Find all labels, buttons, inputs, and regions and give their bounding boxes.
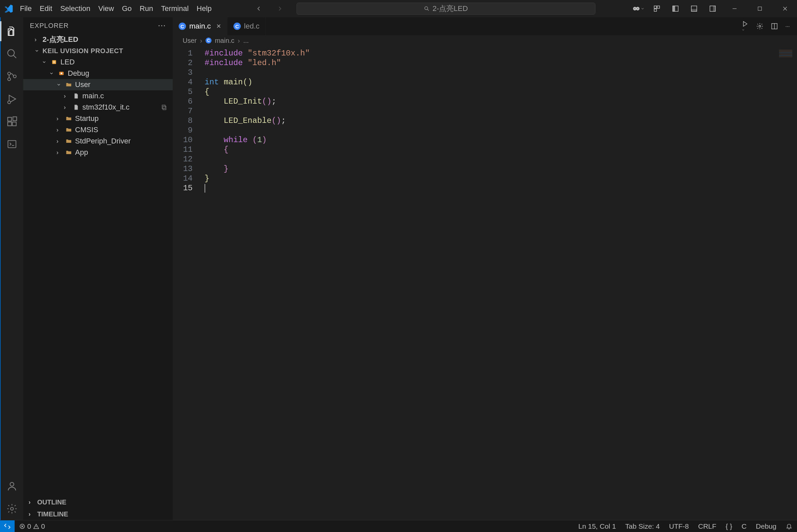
status-problems[interactable]: 0 0 xyxy=(15,522,50,530)
copy-icon[interactable] xyxy=(161,104,167,111)
split-editor-icon[interactable] xyxy=(771,23,778,30)
status-cursor-position[interactable]: Ln 15, Col 1 xyxy=(574,522,621,530)
tree-item-startup[interactable]: › Startup xyxy=(23,113,173,124)
activity-search-icon[interactable] xyxy=(0,42,23,65)
svg-rect-24 xyxy=(8,140,16,148)
status-bar: 0 0 Ln 15, Col 1 Tab Size: 4 UTF-8 CRLF … xyxy=(0,520,797,532)
menu-run[interactable]: Run xyxy=(136,3,157,14)
outline-section-label: OUTLINE xyxy=(37,498,67,506)
status-eol[interactable]: CRLF xyxy=(694,522,721,530)
toggle-secondary-sidebar-icon[interactable] xyxy=(706,2,719,15)
chip-project-icon xyxy=(50,59,58,65)
search-placeholder: 2-点亮LED xyxy=(432,4,468,14)
svg-point-33 xyxy=(759,25,761,27)
tree-item-label: LED xyxy=(60,58,75,66)
status-braces[interactable]: { } xyxy=(721,522,737,530)
tree-item-label: Debug xyxy=(68,69,89,78)
remote-indicator-icon[interactable] xyxy=(0,520,15,532)
warning-icon xyxy=(33,524,39,529)
menu-terminal[interactable]: Terminal xyxy=(157,3,193,14)
minimap[interactable] xyxy=(779,49,792,58)
tree-item-app[interactable]: › App xyxy=(23,147,173,158)
tree-item-user[interactable]: User xyxy=(23,79,173,90)
activity-source-control-icon[interactable] xyxy=(0,65,23,88)
target-debug-icon xyxy=(57,70,66,77)
svg-rect-31 xyxy=(163,106,166,110)
layout-customize-icon[interactable] xyxy=(650,2,664,15)
folder-icon xyxy=(64,127,73,133)
close-icon[interactable]: ✕ xyxy=(216,23,221,30)
menu-edit[interactable]: Edit xyxy=(36,3,56,14)
svg-rect-28 xyxy=(53,61,55,63)
nav-forward-icon[interactable] xyxy=(273,2,287,15)
sidebar-section-outline[interactable]: › OUTLINE xyxy=(23,496,173,508)
tree-item-main-c[interactable]: › main.c xyxy=(23,90,173,102)
title-bar: File Edit Selection View Go Run Terminal… xyxy=(0,0,797,17)
code-editor[interactable]: 123456789101112131415 #include "stm32f10… xyxy=(173,46,797,520)
activity-account-icon[interactable] xyxy=(0,475,23,497)
c-file-icon xyxy=(72,93,80,99)
window-close-icon[interactable] xyxy=(775,2,795,15)
run-settings-gear-icon[interactable] xyxy=(756,23,763,30)
tree-item-cmsis[interactable]: › CMSIS xyxy=(23,124,173,135)
window-minimize-icon[interactable] xyxy=(725,2,744,15)
svg-rect-5 xyxy=(654,6,657,8)
activity-explorer-icon[interactable] xyxy=(0,20,23,42)
svg-point-16 xyxy=(8,72,11,75)
menu-view[interactable]: View xyxy=(94,3,118,14)
breadcrumb-part[interactable]: ... xyxy=(243,37,249,44)
tree-section-keil[interactable]: KEIL UVISION PROJECT xyxy=(23,45,173,56)
explorer-more-icon[interactable]: ⋯ xyxy=(158,21,166,30)
editor-area: C main.c ✕ C led.c ⋯ User › C xyxy=(173,17,797,520)
menu-file[interactable]: File xyxy=(16,3,36,14)
command-center-search[interactable]: 2-点亮LED xyxy=(297,3,595,15)
toggle-primary-sidebar-icon[interactable] xyxy=(669,2,682,15)
activity-run-debug-icon[interactable] xyxy=(0,88,23,110)
folder-icon xyxy=(64,81,73,88)
activity-extensions-icon[interactable] xyxy=(0,110,23,133)
tree-item-stm32[interactable]: › stm32f10x_it.c xyxy=(23,102,173,113)
svg-point-25 xyxy=(10,482,14,486)
tree-item-stdperiph[interactable]: › StdPeriph_Driver xyxy=(23,135,173,147)
chevron-right-icon: › xyxy=(64,93,70,100)
editor-more-icon[interactable]: ⋯ xyxy=(785,24,790,29)
c-lang-icon: C xyxy=(179,23,186,30)
chevron-right-icon: › xyxy=(238,37,240,44)
window-maximize-icon[interactable] xyxy=(750,2,770,15)
svg-rect-22 xyxy=(12,122,16,126)
svg-rect-11 xyxy=(691,9,697,11)
activity-settings-gear-icon[interactable] xyxy=(0,497,23,520)
code-content[interactable]: #include "stm32f10x.h" #include "led.h" … xyxy=(198,46,310,520)
tree-workspace-root[interactable]: › 2-点亮LED xyxy=(23,34,173,45)
status-debug-label[interactable]: Debug xyxy=(751,522,781,530)
folder-icon xyxy=(64,138,73,145)
menu-selection[interactable]: Selection xyxy=(56,3,94,14)
breadcrumb-part[interactable]: User xyxy=(183,37,196,44)
tab-led-c[interactable]: C led.c xyxy=(227,17,266,35)
folder-icon xyxy=(64,149,73,156)
status-notifications-bell-icon[interactable] xyxy=(781,522,797,530)
status-tab-size[interactable]: Tab Size: 4 xyxy=(621,522,664,530)
copilot-icon[interactable] xyxy=(632,2,645,15)
activity-terminal-icon[interactable] xyxy=(0,133,23,155)
chevron-right-icon: › xyxy=(56,138,62,145)
menu-go[interactable]: Go xyxy=(118,3,135,14)
tab-main-c[interactable]: C main.c ✕ xyxy=(173,17,227,35)
breadcrumbs[interactable]: User › C main.c › ... xyxy=(173,35,797,46)
menu-help[interactable]: Help xyxy=(193,3,215,14)
chevron-right-icon: › xyxy=(29,511,35,518)
sidebar-section-timeline[interactable]: › TIMELINE xyxy=(23,508,173,520)
activity-bar xyxy=(0,17,23,520)
status-language[interactable]: C xyxy=(737,522,751,530)
run-play-icon[interactable] xyxy=(742,20,749,33)
svg-point-4 xyxy=(637,8,638,9)
breadcrumb-part[interactable]: main.c xyxy=(215,37,234,44)
tree-item-led[interactable]: LED xyxy=(23,56,173,68)
toggle-panel-icon[interactable] xyxy=(687,2,701,15)
chevron-right-icon: › xyxy=(64,104,70,111)
svg-point-18 xyxy=(13,75,16,78)
tree-item-debug[interactable]: Debug xyxy=(23,68,173,79)
tree-item-label: User xyxy=(75,80,90,89)
nav-back-icon[interactable] xyxy=(252,2,265,15)
status-encoding[interactable]: UTF-8 xyxy=(664,522,694,530)
